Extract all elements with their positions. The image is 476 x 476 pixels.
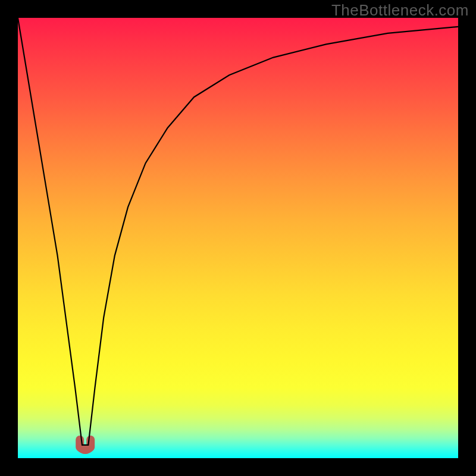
curve-svg xyxy=(18,18,458,458)
chart-frame: TheBottleneck.com xyxy=(0,0,476,476)
watermark-text: TheBottleneck.com xyxy=(331,1,469,20)
plot-area xyxy=(18,18,458,458)
bottleneck-curve-path xyxy=(18,18,458,445)
